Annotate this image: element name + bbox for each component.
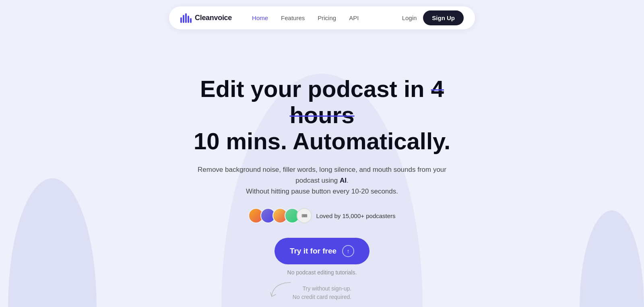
curved-arrow-icon (268, 280, 293, 301)
hero-title-part1: Edit your podcast in (200, 76, 431, 102)
nav-pricing[interactable]: Pricing (318, 14, 336, 21)
arrow-circle-icon: ↑ (342, 245, 354, 257)
hero-subtitle-line2: Without hitting pause button every 10-20… (246, 187, 398, 195)
nav-features[interactable]: Features (281, 14, 305, 21)
navbar-inner: Cleanvoice Home Features Pricing API Log… (169, 6, 475, 29)
nav-links: Home Features Pricing API (252, 14, 386, 21)
login-button[interactable]: Login (402, 14, 417, 21)
signup-button[interactable]: Sign Up (423, 10, 464, 25)
hero-section: Edit your podcast in 4 hours 10 mins. Au… (0, 36, 644, 301)
logo-bar-4 (188, 16, 189, 23)
logo-bar-2 (183, 15, 184, 23)
hero-subtitle: Remove background noise, filler words, l… (193, 164, 451, 197)
logo-icon (180, 13, 192, 23)
no-tutorial-text: No podcast editing tutorials. (287, 269, 357, 276)
logo-text: Cleanvoice (195, 14, 232, 22)
logo[interactable]: Cleanvoice (180, 13, 232, 23)
logo-bar-1 (180, 17, 182, 23)
try-without-signup-text: Try without sign-up.No credit card requi… (293, 284, 351, 301)
nav-api[interactable]: API (349, 14, 359, 21)
logo-bar-5 (190, 18, 192, 23)
nav-home[interactable]: Home (252, 14, 268, 21)
hero-subtitle-dot: . (347, 177, 349, 184)
avatars: ⌨ (248, 208, 312, 223)
social-proof: ⌨ Loved by 15,000+ podcasters (248, 208, 395, 223)
hero-subtitle-ai: AI (340, 177, 347, 184)
logo-bar-3 (185, 13, 187, 23)
try-free-label: Try it for free (290, 247, 336, 255)
nav-actions: Login Sign Up (402, 10, 464, 25)
hero-title: Edit your podcast in 4 hours 10 mins. Au… (165, 76, 479, 155)
hero-subtitle-part1: Remove background noise, filler words, l… (198, 166, 446, 184)
hero-title-part2: 10 mins. Automatically. (194, 128, 450, 154)
cta-section: Try it for free ↑ No podcast editing tut… (275, 238, 369, 301)
try-free-button[interactable]: Try it for free ↑ (275, 238, 369, 264)
avatar-5: ⌨ (297, 208, 312, 223)
try-note: Try without sign-up.No credit card requi… (293, 284, 351, 301)
social-proof-text: Loved by 15,000+ podcasters (316, 212, 395, 219)
navbar: Cleanvoice Home Features Pricing API Log… (0, 0, 644, 36)
